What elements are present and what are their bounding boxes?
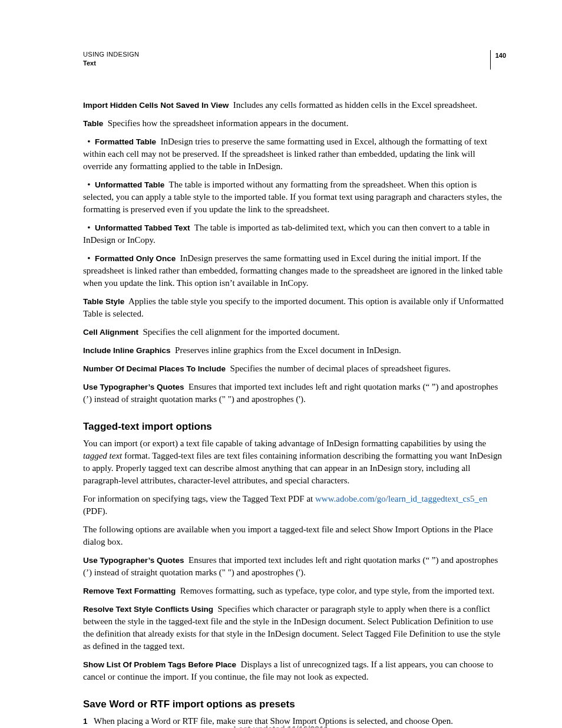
term: Cell Alignment (83, 328, 138, 337)
body: Includes any cells formatted as hidden c… (233, 100, 477, 110)
tagged-paragraph-2: For information on specifying tags, view… (83, 493, 506, 518)
header-doc-title: USING INDESIGN (83, 50, 139, 59)
term: Use Typographer’s Quotes (83, 383, 184, 391)
bullet-icon: • (83, 252, 95, 265)
term: Remove Text Formatting (83, 587, 176, 595)
body: Preserves inline graphics from the Excel… (175, 345, 401, 355)
def-unformatted-tabbed: •Unformatted Tabbed Text The table is im… (83, 222, 506, 246)
term: Include Inline Graphics (83, 346, 171, 355)
bullet-icon: • (83, 179, 95, 191)
def-table-style: Table Style Applies the table style you … (83, 295, 506, 320)
text: (PDF). (83, 506, 107, 516)
text: format. Tagged-text files are text files… (83, 451, 502, 485)
header-left: USING INDESIGN Text (83, 50, 139, 68)
body: Specifies the cell alignment for the imp… (143, 327, 340, 337)
term: Formatted Only Once (95, 254, 176, 263)
heading-save-presets: Save Word or RTF import options as prese… (83, 697, 506, 711)
term: Resolve Text Style Conflicts Using (83, 605, 213, 614)
italic-text: tagged text (83, 451, 122, 460)
def-formatted-only-once: •Formatted Only Once InDesign preserves … (83, 252, 506, 289)
term: Table Style (83, 297, 124, 306)
term: Number Of Decimal Places To Include (83, 364, 226, 373)
def-typographers-quotes-2: Use Typographer’s Quotes Ensures that im… (83, 554, 506, 579)
term: Use Typographer’s Quotes (83, 556, 184, 565)
term: Unformatted Table (95, 180, 164, 189)
def-decimal-places: Number Of Decimal Places To Include Spec… (83, 363, 506, 375)
page-number: 140 (490, 50, 506, 70)
term: Show List Of Problem Tags Before Place (83, 660, 236, 669)
bullet-icon: • (83, 222, 95, 234)
term: Table (83, 119, 103, 128)
def-unformatted-table: •Unformatted Table The table is imported… (83, 179, 506, 216)
def-remove-text: Remove Text Formatting Removes formattin… (83, 585, 506, 597)
term: Import Hidden Cells Not Saved In View (83, 101, 229, 110)
def-cell-alignment: Cell Alignment Specifies the cell alignm… (83, 326, 506, 338)
page-footer: Last updated 11/16/2011 (0, 724, 562, 728)
def-import-hidden: Import Hidden Cells Not Saved In View In… (83, 99, 506, 111)
def-table: Table Specifies how the spreadsheet info… (83, 117, 506, 130)
tagged-paragraph-1: You can import (or export) a text file c… (83, 437, 506, 487)
body: Applies the table style you specify to t… (83, 297, 504, 318)
def-typographers-quotes: Use Typographer’s Quotes Ensures that im… (83, 381, 506, 406)
text: You can import (or export) a text file c… (83, 439, 486, 448)
body: Specifies how the spreadsheet informatio… (108, 118, 349, 128)
bullet-icon: • (83, 136, 95, 148)
def-show-list-problems: Show List Of Problem Tags Before Place D… (83, 658, 506, 683)
def-include-inline: Include Inline Graphics Preserves inline… (83, 344, 506, 357)
text: For information on specifying tags, view… (83, 494, 315, 503)
body: Specifies the number of decimal places o… (230, 364, 451, 373)
def-resolve-conflicts: Resolve Text Style Conflicts Using Speci… (83, 603, 506, 653)
tagged-paragraph-3: The following options are available when… (83, 523, 506, 548)
document-page: USING INDESIGN Text 140 Import Hidden Ce… (0, 0, 562, 728)
term: Formatted Table (95, 137, 156, 146)
link-tagged-text-pdf[interactable]: www.adobe.com/go/learn_id_taggedtext_cs5… (315, 494, 487, 503)
body: Removes formatting, such as typeface, ty… (180, 586, 494, 595)
heading-tagged-text: Tagged-text import options (83, 420, 506, 434)
def-formatted-table: •Formatted Table InDesign tries to prese… (83, 136, 506, 173)
header-chapter: Text (83, 59, 139, 68)
page-header: USING INDESIGN Text 140 (83, 50, 506, 70)
term: Unformatted Tabbed Text (95, 223, 190, 232)
